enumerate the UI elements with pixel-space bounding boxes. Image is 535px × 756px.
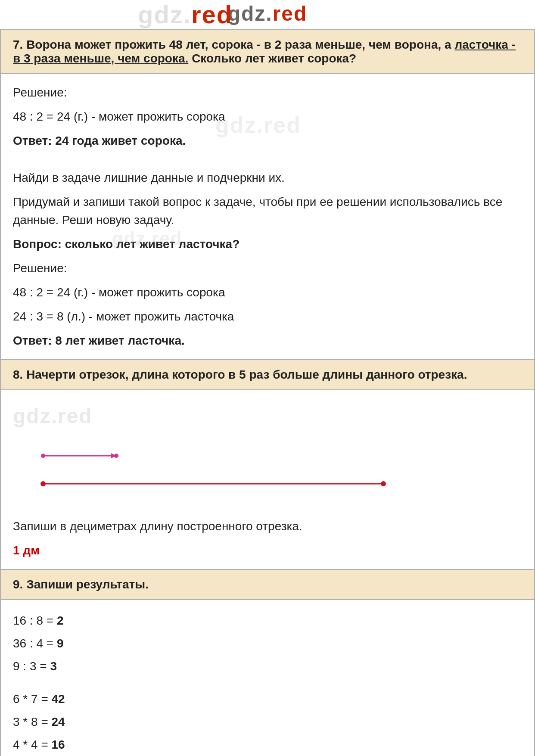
- equation-expr-1: 36 : 4 =: [13, 637, 53, 650]
- equation-answer-1: 9: [57, 637, 64, 650]
- step-1: 48 : 2 = 24 (г.) - может прожить сорока: [13, 108, 522, 126]
- equations-container: 16 : 8 = 236 : 4 = 99 : 3 = 36 * 7 = 423…: [13, 610, 522, 756]
- equation-answer-5: 24: [52, 715, 65, 728]
- problem-7-title-underline2: в 3 раза меньше, чем сорока.: [13, 52, 188, 65]
- problem-9-header: 9. Запиши результаты.: [1, 570, 534, 600]
- solution-label-1: Решение:: [13, 84, 522, 102]
- problem-9-section: 9. Запиши результаты. 16 : 8 = 236 : 4 =…: [0, 570, 535, 756]
- watermark-mid3: gdz.red: [13, 404, 93, 428]
- solution-label-2: Решение:: [13, 259, 522, 277]
- step-2a: 48 : 2 = 24 (г.) - может прожить сорока: [13, 283, 522, 302]
- problem-7-body: Решение: 48 : 2 = 24 (г.) - может прожит…: [1, 74, 534, 359]
- equation-line-6: 4 * 4 = 16: [13, 734, 522, 756]
- equation-line-4: 6 * 7 = 42: [13, 688, 522, 711]
- svg-point-6: [381, 481, 386, 486]
- equation-answer-2: 3: [50, 660, 57, 673]
- spacer-1: [13, 156, 522, 163]
- equation-line-3: [13, 678, 522, 688]
- equation-answer-4: 42: [52, 692, 65, 706]
- problem-9-body: 16 : 8 = 236 : 4 = 99 : 3 = 36 * 7 = 423…: [1, 600, 534, 756]
- problem-7-title-start: 7. Ворона может прожить 48 лет, сорока -…: [13, 38, 516, 51]
- equation-line-5: 3 * 8 = 24: [13, 711, 522, 734]
- write-label: Запиши в дециметрах длину построенного о…: [13, 517, 522, 535]
- equation-line-0: 16 : 8 = 2: [13, 610, 522, 632]
- equation-expr-0: 16 : 8 =: [13, 614, 53, 627]
- step-2b: 24 : 3 = 8 (л.) - может прожить ласточка: [13, 308, 522, 326]
- svg-point-5: [40, 481, 46, 486]
- equation-expr-6: 4 * 4 =: [13, 738, 48, 751]
- answer-1: Ответ: 24 года живет сорока.: [13, 132, 522, 150]
- problem-7-section: 7. Ворона может прожить 48 лет, сорока -…: [0, 29, 535, 360]
- problem-7-title-underline: ласточка -: [454, 38, 516, 51]
- brand-red: red: [273, 2, 308, 25]
- segment-drawing-area: [13, 432, 522, 510]
- problem-8-section: 8. Начерти отрезок, длина которого в 5 р…: [0, 360, 535, 570]
- answer-8: 1 дм: [13, 541, 522, 560]
- equation-expr-2: 9 : 3 =: [13, 660, 47, 673]
- segments-svg: [13, 432, 522, 510]
- equation-expr-4: 6 * 7 =: [13, 692, 48, 706]
- problem-8-body: gdz.red Запиши в дециметрах длину постро…: [1, 390, 534, 569]
- answer-2: Ответ: 8 лет живет ласточка.: [13, 332, 522, 350]
- problem-7-header: 7. Ворона может прожить 48 лет, сорока -…: [1, 30, 534, 74]
- question-label: Вопрос: сколько лет живет ласточка?: [13, 235, 522, 253]
- equation-line-1: 36 : 4 = 9: [13, 632, 522, 655]
- think-label: Придумай и запиши такой вопрос к задаче,…: [13, 193, 522, 229]
- brand-text: gdz.red: [228, 2, 308, 25]
- equation-answer-6: 16: [52, 738, 65, 751]
- brand-bar: gdz.red: [0, 0, 535, 29]
- find-label: Найди в задаче лишние данные и подчеркни…: [13, 169, 522, 187]
- equation-expr-5: 3 * 8 =: [13, 715, 48, 728]
- problem-8-header: 8. Начерти отрезок, длина которого в 5 р…: [1, 360, 534, 390]
- equation-line-2: 9 : 3 = 3: [13, 655, 522, 678]
- problem-7-title-end: Сколько лет живет сорока?: [192, 52, 356, 65]
- svg-point-1: [41, 454, 45, 458]
- equation-answer-0: 2: [57, 614, 64, 627]
